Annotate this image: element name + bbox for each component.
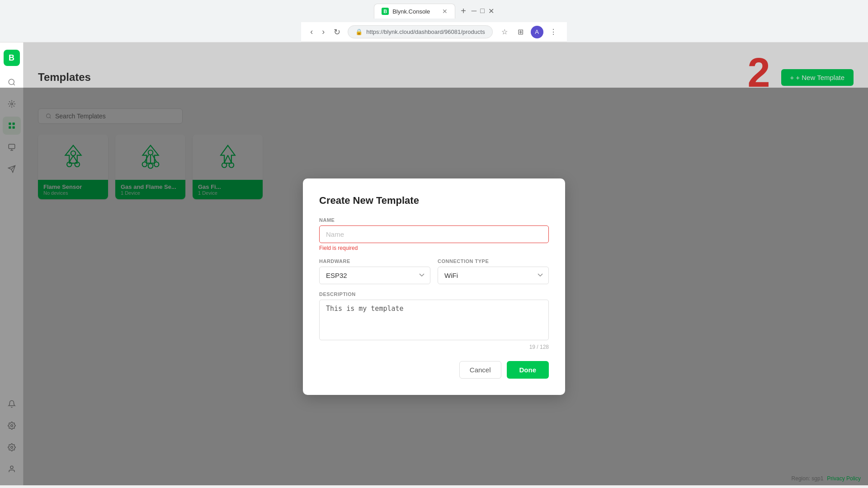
restore-icon[interactable]: □ — [480, 7, 485, 15]
menu-icon[interactable]: ⋮ — [547, 26, 560, 38]
done-button[interactable]: Done — [507, 361, 549, 379]
tab-title: Blynk.Console — [392, 8, 430, 15]
bookmark-icon[interactable]: ☆ — [498, 26, 511, 38]
connection-type-form-group: CONNECTION TYPE WiFi Cellular Ethernet B… — [438, 258, 549, 284]
hardware-form-group: HARDWARE ESP32 ESP8266 Arduino UNO Raspb… — [319, 258, 430, 284]
svg-point-0 — [9, 79, 14, 84]
page-title: Templates — [38, 71, 91, 84]
modal-actions: Cancel Done — [319, 361, 549, 379]
name-label: NAME — [319, 217, 549, 223]
name-input[interactable] — [319, 225, 549, 243]
url-text: https://blynk.cloud/dashboard/96081/prod… — [366, 28, 485, 35]
number-badge: 2 — [747, 52, 770, 93]
sidebar-logo[interactable]: B — [4, 50, 20, 66]
minimize-icon[interactable]: ─ — [472, 7, 476, 15]
char-count: 19 / 128 — [319, 344, 549, 350]
modal-overlay: Create New Template NAME Field is requir… — [0, 88, 868, 485]
modal-title: Create New Template — [319, 195, 549, 206]
plus-icon: + — [790, 74, 794, 81]
back-button[interactable]: ‹ — [308, 25, 315, 38]
tab-favicon: B — [382, 8, 389, 15]
lock-icon: 🔒 — [355, 28, 363, 35]
browser-tab[interactable]: B Blynk.Console ✕ — [374, 4, 455, 19]
tab-close-icon[interactable]: ✕ — [442, 8, 448, 15]
new-tab-button[interactable]: + — [457, 6, 470, 16]
hardware-connection-row: HARDWARE ESP32 ESP8266 Arduino UNO Raspb… — [319, 258, 549, 291]
address-bar[interactable]: 🔒 https://blynk.cloud/dashboard/96081/pr… — [348, 25, 492, 38]
hardware-label: HARDWARE — [319, 258, 430, 264]
close-window-icon[interactable]: ✕ — [488, 7, 494, 15]
svg-line-1 — [13, 84, 14, 85]
new-template-button[interactable]: + + New Template — [781, 69, 854, 86]
refresh-button[interactable]: ↻ — [332, 25, 342, 39]
hardware-select[interactable]: ESP32 ESP8266 Arduino UNO Raspberry Pi — [319, 267, 430, 284]
connection-type-select[interactable]: WiFi Cellular Ethernet Bluetooth — [438, 267, 549, 284]
name-form-group: NAME Field is required — [319, 217, 549, 251]
new-template-label: + New Template — [796, 74, 844, 81]
profile-icon[interactable]: A — [531, 26, 543, 38]
forward-button[interactable]: › — [320, 25, 326, 38]
extension-icon[interactable]: ⊞ — [514, 26, 527, 38]
connection-type-label: CONNECTION TYPE — [438, 258, 549, 264]
field-error-message: Field is required — [319, 245, 549, 251]
description-textarea[interactable]: This is my template — [319, 300, 549, 340]
description-form-group: DESCRIPTION This is my template 19 / 128 — [319, 291, 549, 350]
create-template-modal: Create New Template NAME Field is requir… — [303, 178, 565, 395]
cancel-button[interactable]: Cancel — [459, 361, 501, 379]
description-label: DESCRIPTION — [319, 291, 549, 297]
